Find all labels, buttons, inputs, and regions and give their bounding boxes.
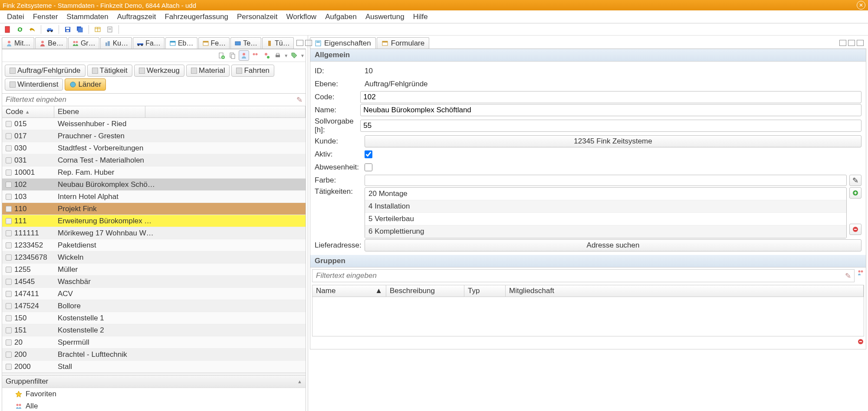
menu-auswertung[interactable]: Auswertung: [361, 10, 409, 23]
filter-auftrag[interactable]: Auftrag/Fehlgründe: [5, 65, 85, 77]
list-item[interactable]: 4 Installation: [365, 200, 846, 213]
toolbar-saveall-icon[interactable]: [75, 25, 85, 34]
group-icon[interactable]: [250, 50, 260, 61]
copy-icon[interactable]: [227, 50, 238, 61]
table-row[interactable]: 1233452Paketdienst: [2, 239, 306, 251]
add-user-icon[interactable]: [261, 50, 272, 61]
tab-ku[interactable]: Ku…: [100, 37, 132, 49]
menu-fenster[interactable]: Fenster: [29, 10, 62, 23]
tab-te[interactable]: Te…: [230, 37, 261, 49]
gth-beschreibung[interactable]: Beschreibung: [386, 285, 464, 297]
tab-formulare[interactable]: Formulare: [377, 37, 429, 49]
menu-workflow[interactable]: Workflow: [282, 10, 321, 23]
table-row[interactable]: 030Stadtfest - Vorbereitungen: [2, 142, 306, 154]
table-row[interactable]: 110Projekt Fink: [2, 203, 306, 215]
toolbar-report-icon[interactable]: [105, 25, 115, 34]
filter-winterdienst[interactable]: Winterdienst: [5, 78, 63, 91]
menu-auftragszeit[interactable]: Auftragszeit: [113, 10, 161, 23]
table-row[interactable]: 1255Müller: [2, 264, 306, 276]
header-ebene[interactable]: Ebene: [54, 106, 145, 117]
filter-fahrten[interactable]: Fahrten: [231, 65, 274, 77]
edit-filter-icon[interactable]: ✎: [842, 270, 854, 282]
toolbar-save-icon[interactable]: [62, 25, 73, 34]
toolbar-refresh-icon[interactable]: [15, 25, 25, 34]
table-row[interactable]: 102Neubau Bürokomplex Schö…: [2, 179, 306, 191]
table-row[interactable]: 151Kostenstelle 2: [2, 324, 306, 336]
list-item[interactable]: 20 Montage: [365, 188, 846, 200]
tab-mit[interactable]: Mit…: [2, 37, 34, 49]
add-group-icon[interactable]: [857, 269, 864, 282]
menu-hilfe[interactable]: Hilfe: [409, 10, 432, 23]
table-row[interactable]: 2000Stall: [2, 361, 306, 373]
gruppenfilter-header[interactable]: Gruppenfilter▲: [2, 375, 306, 388]
pane-minimize-icon[interactable]: [839, 40, 846, 46]
menu-fahrzeugerfassung[interactable]: Fahrzeugerfassung: [160, 10, 232, 23]
gth-name[interactable]: Name▲: [312, 285, 386, 297]
user-icon[interactable]: [239, 50, 249, 61]
tab-eb[interactable]: Eb…: [165, 37, 197, 49]
pane-minimize-icon[interactable]: [296, 40, 303, 46]
input-code[interactable]: [360, 91, 861, 103]
filter-input[interactable]: [2, 94, 293, 106]
table-row[interactable]: 10001Rep. Fam. Huber: [2, 166, 306, 179]
toolbar-pdf-icon[interactable]: [3, 25, 13, 34]
input-name[interactable]: [360, 104, 861, 116]
checkbox-abwesenheit[interactable]: [365, 163, 372, 171]
input-sollvorgabe[interactable]: [360, 120, 861, 132]
remove-item-icon[interactable]: [849, 224, 861, 235]
table-row[interactable]: 015Weissenhuber - Ried: [2, 118, 306, 130]
table-row[interactable]: 017Prauchner - Gresten: [2, 130, 306, 142]
tab-fa[interactable]: Fa…: [133, 37, 164, 49]
edit-filter-icon[interactable]: ✎: [293, 94, 306, 106]
filter-material[interactable]: Material: [186, 65, 230, 77]
menu-datei[interactable]: Datei: [3, 10, 29, 23]
table-row[interactable]: 200Brachtel - Lufttechnik: [2, 349, 306, 361]
filter-werkzeug[interactable]: Werkzeug: [134, 65, 184, 77]
print-icon[interactable]: [273, 50, 283, 61]
remove-group-icon[interactable]: [857, 338, 864, 347]
toolbar-table-icon[interactable]: [92, 25, 103, 34]
button-kunde[interactable]: 12345 Fink Zeitsysteme: [365, 135, 861, 147]
tab-be[interactable]: Be…: [35, 37, 67, 49]
add-item-icon[interactable]: [849, 187, 861, 199]
header-code[interactable]: Code▲: [2, 106, 54, 117]
tab-eigenschaften[interactable]: Eigenschaften: [310, 37, 376, 49]
table-row[interactable]: 031Corna Test - Materialholen: [2, 154, 306, 166]
edit-color-icon[interactable]: ✎: [849, 175, 861, 186]
gth-mitgliedschaft[interactable]: Mitgliedschaft: [506, 285, 864, 297]
table-row[interactable]: 111111Mörikeweg 17 Wohnbau W…: [2, 227, 306, 239]
table-row[interactable]: 12345678Wickeln: [2, 251, 306, 264]
tab-tu[interactable]: Tü…: [262, 37, 294, 49]
table-row[interactable]: 147411ACV: [2, 288, 306, 300]
menu-personalzeit[interactable]: Personalzeit: [233, 10, 282, 23]
table-row[interactable]: 20Sperrmüll: [2, 336, 306, 349]
menu-stammdaten[interactable]: Stammdaten: [62, 10, 112, 23]
gth-typ[interactable]: Typ: [464, 285, 506, 297]
button-lieferadresse[interactable]: Adresse suchen: [365, 239, 861, 251]
gf-alle[interactable]: Alle: [2, 400, 306, 411]
checkbox-aktiv[interactable]: [365, 150, 372, 158]
new-icon[interactable]: [216, 50, 227, 61]
window-close-button[interactable]: ✕: [857, 1, 865, 10]
gf-favoriten[interactable]: Favoriten: [2, 388, 306, 400]
filter-laender[interactable]: Länder: [65, 78, 106, 91]
listbox-taetigkeiten[interactable]: 20 Montage 4 Installation 5 Verteilerbau…: [365, 187, 847, 238]
table-row[interactable]: 103Intern Hotel Alphat: [2, 191, 306, 203]
tab-fe[interactable]: Fe…: [198, 37, 230, 49]
table-row[interactable]: 147524Bollore: [2, 300, 306, 312]
tag-icon[interactable]: [289, 50, 299, 61]
filter-taetigkeit[interactable]: Tätigkeit: [87, 65, 132, 77]
toolbar-car-icon[interactable]: [45, 25, 55, 34]
tab-gr[interactable]: Gr…: [68, 37, 99, 49]
list-item[interactable]: 5 Verteilerbau: [365, 213, 846, 225]
list-item[interactable]: 6 Komplettierung: [365, 225, 846, 238]
pane-maximize-icon[interactable]: [305, 40, 312, 46]
gruppen-filter-input[interactable]: [312, 270, 842, 282]
pane-maximize-icon[interactable]: [857, 40, 864, 46]
table-row[interactable]: 14545Waschbär: [2, 276, 306, 288]
pane-restore-icon[interactable]: [848, 40, 855, 46]
table-row[interactable]: 111Erweiterung Bürokomplex …: [2, 215, 306, 227]
toolbar-undo-icon[interactable]: [27, 25, 37, 34]
table-row[interactable]: 150Kostenstelle 1: [2, 312, 306, 324]
color-box[interactable]: [365, 175, 847, 186]
